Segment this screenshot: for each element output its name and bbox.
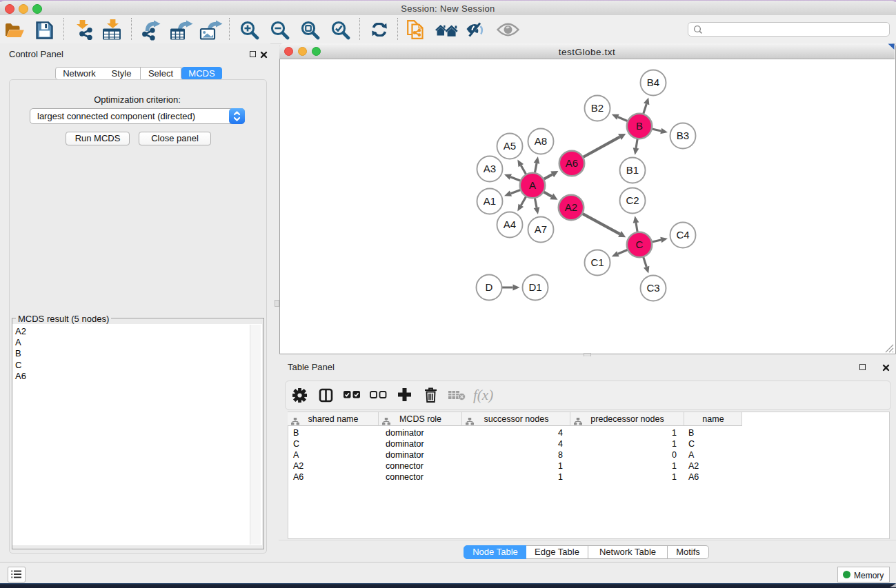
svg-text:C1: C1	[590, 256, 604, 268]
svg-text:A5: A5	[504, 140, 516, 152]
svg-text:A8: A8	[535, 135, 547, 147]
svg-text:A2: A2	[565, 201, 577, 213]
svg-text:C2: C2	[626, 194, 639, 206]
svg-text:D1: D1	[528, 281, 541, 293]
svg-text:A1: A1	[484, 195, 496, 207]
svg-text:B4: B4	[647, 77, 659, 88]
svg-text:A: A	[529, 179, 536, 191]
svg-text:A4: A4	[504, 219, 516, 230]
svg-text:B2: B2	[591, 102, 604, 114]
svg-text:B: B	[636, 120, 643, 132]
svg-text:A7: A7	[535, 223, 547, 235]
svg-text:A3: A3	[484, 163, 496, 174]
svg-text:B1: B1	[626, 164, 639, 176]
svg-text:C4: C4	[676, 229, 689, 241]
svg-text:C3: C3	[646, 282, 659, 294]
svg-text:D: D	[486, 281, 493, 293]
svg-text:A6: A6	[566, 157, 578, 169]
svg-text:C: C	[636, 239, 644, 250]
svg-text:B3: B3	[677, 130, 689, 141]
